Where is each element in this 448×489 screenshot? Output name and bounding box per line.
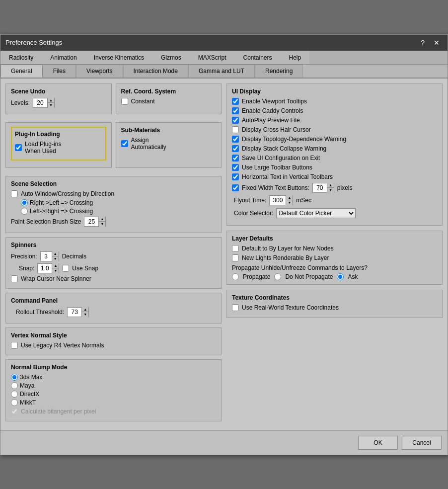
rollout-input[interactable] (68, 308, 81, 317)
flyout-time-spinner[interactable]: ▲ ▼ (269, 195, 293, 205)
flyout-time-input[interactable] (270, 196, 286, 205)
help-button[interactable]: ? (418, 38, 428, 48)
paint-brush-up[interactable]: ▲ (98, 217, 105, 222)
tab-general[interactable]: General (0, 65, 43, 78)
ask-radio[interactable] (337, 273, 344, 280)
tab-gamma-lut[interactable]: Gamma and LUT (188, 65, 255, 78)
left-right-radio[interactable] (21, 208, 28, 215)
snap-down[interactable]: ▼ (52, 268, 59, 273)
close-button[interactable]: ✕ (431, 38, 443, 48)
default-to-layer-checkbox[interactable] (232, 245, 239, 252)
calc-bitangent-checkbox[interactable] (11, 408, 18, 415)
horizontal-text-checkbox[interactable] (232, 173, 239, 180)
use-snap-checkbox[interactable] (62, 265, 69, 272)
constant-checkbox[interactable] (121, 98, 128, 105)
enable-caddy-controls-checkbox[interactable] (232, 107, 239, 114)
rollout-up[interactable]: ▲ (81, 307, 88, 313)
propagate-question: Propagate Unhide/Unfreeze Commands to La… (232, 264, 368, 271)
fixed-width-input[interactable] (313, 183, 327, 192)
auto-window-checkbox[interactable] (11, 190, 18, 197)
use-legacy-row: Use Legacy R4 Vertex Normals (11, 342, 216, 349)
use-legacy-checkbox[interactable] (11, 342, 18, 349)
enable-caddy-controls-label: Enable Caddy Controls (242, 107, 303, 114)
precision-label: Precision: (11, 253, 37, 260)
fixed-width-down[interactable]: ▼ (327, 188, 334, 193)
assign-auto-checkbox[interactable] (121, 140, 128, 147)
cancel-button[interactable]: Cancel (402, 436, 442, 450)
ok-button[interactable]: OK (358, 436, 398, 450)
paint-brush-input[interactable] (84, 217, 98, 226)
snap-input[interactable] (38, 264, 52, 273)
levels-spinner[interactable]: ▲ ▼ (33, 98, 55, 108)
tab-radiosity[interactable]: Radiosity (0, 51, 42, 64)
bump-directx-label: DirectX (20, 391, 39, 398)
topology-warning-checkbox[interactable] (232, 136, 239, 143)
right-left-radio[interactable] (21, 199, 28, 206)
levels-arrows: ▲ ▼ (47, 98, 54, 108)
bump-3dsmax-label: 3ds Max (20, 374, 42, 381)
enable-caddy-controls-row: Enable Caddy Controls (232, 107, 437, 114)
load-plugins-checkbox[interactable] (15, 144, 22, 151)
save-ui-config-checkbox[interactable] (232, 155, 239, 162)
tab-gizmos[interactable]: Gizmos (152, 51, 190, 64)
new-lights-checkbox[interactable] (232, 254, 239, 261)
paint-brush-down[interactable]: ▼ (98, 222, 105, 227)
default-to-layer-row: Default to By Layer for New Nodes (232, 245, 437, 252)
tab-viewports[interactable]: Viewports (76, 65, 123, 78)
bump-3dsmax-radio[interactable] (11, 374, 18, 381)
fixed-width-up[interactable]: ▲ (327, 183, 334, 188)
levels-input[interactable] (33, 98, 47, 107)
levels-up[interactable]: ▲ (47, 98, 54, 103)
precision-arrows: ▲ ▼ (52, 251, 59, 261)
tab-interaction-mode[interactable]: Interaction Mode (123, 65, 188, 78)
use-snap-label: Use Snap (72, 265, 98, 272)
tabs-row2: General Files Viewports Interaction Mode… (0, 65, 448, 79)
precision-input[interactable] (41, 252, 52, 261)
fixed-width-label: Fixed Width Text Buttons: (242, 184, 309, 191)
precision-down[interactable]: ▼ (52, 256, 59, 261)
flyout-up[interactable]: ▲ (286, 195, 293, 201)
tab-containers[interactable]: Containers (234, 51, 280, 64)
tab-inverse-kinematics[interactable]: Inverse Kinematics (85, 51, 152, 64)
use-real-world-checkbox[interactable] (232, 304, 239, 311)
bump-maya-radio[interactable] (11, 382, 18, 389)
large-toolbar-checkbox[interactable] (232, 164, 239, 171)
color-selector-dropdown[interactable]: Default Color Picker (276, 208, 356, 218)
bump-mikkt-radio[interactable] (11, 399, 18, 406)
fixed-width-checkbox[interactable] (232, 184, 239, 191)
bump-directx-row: DirectX (11, 391, 216, 398)
flyout-down[interactable]: ▼ (286, 200, 293, 205)
stack-collapse-label: Display Stack Collapse Warning (242, 145, 326, 152)
cross-hair-label: Display Cross Hair Cursor (242, 126, 311, 133)
save-ui-config-row: Save UI Configuration on Exit (232, 155, 437, 162)
autoplay-preview-checkbox[interactable] (232, 117, 239, 124)
levels-down[interactable]: ▼ (47, 103, 54, 108)
tab-maxscript[interactable]: MAXScript (190, 51, 235, 64)
horizontal-text-label: Horizontal Text in Vertical Toolbars (242, 173, 333, 180)
fixed-width-spinner[interactable]: ▲ ▼ (312, 183, 334, 193)
tab-help[interactable]: Help (281, 51, 310, 64)
right-panel: UI Display Enable Viewport Tooltips Enab… (226, 83, 443, 425)
precision-spinner[interactable]: ▲ ▼ (40, 251, 59, 261)
bump-directx-radio[interactable] (11, 391, 18, 398)
scene-selection-section: Scene Selection Auto Window/Crossing by … (5, 176, 222, 233)
cross-hair-checkbox[interactable] (232, 126, 239, 133)
tab-rendering[interactable]: Rendering (255, 65, 303, 78)
propagate-radio[interactable] (232, 273, 239, 280)
flyout-time-row: Flyout Time: ▲ ▼ mSec (234, 195, 437, 205)
tab-files[interactable]: Files (43, 65, 76, 78)
paint-brush-spinner[interactable]: ▲ ▼ (84, 217, 106, 227)
left-right-label: Left->Right => Crossing (30, 208, 93, 215)
bump-maya-row: Maya (11, 382, 216, 389)
tab-animation[interactable]: Animation (42, 51, 85, 64)
title-bar: Preference Settings ? ✕ (0, 35, 448, 51)
do-not-propagate-radio[interactable] (274, 273, 281, 280)
snap-spinner[interactable]: ▲ ▼ (37, 263, 59, 273)
enable-viewport-tooltips-checkbox[interactable] (232, 98, 239, 105)
rollout-down[interactable]: ▼ (81, 312, 88, 317)
stack-collapse-checkbox[interactable] (232, 145, 239, 152)
snap-up[interactable]: ▲ (52, 263, 59, 269)
precision-up[interactable]: ▲ (52, 251, 59, 257)
wrap-cursor-checkbox[interactable] (11, 275, 18, 282)
rollout-spinner[interactable]: ▲ ▼ (67, 307, 89, 317)
